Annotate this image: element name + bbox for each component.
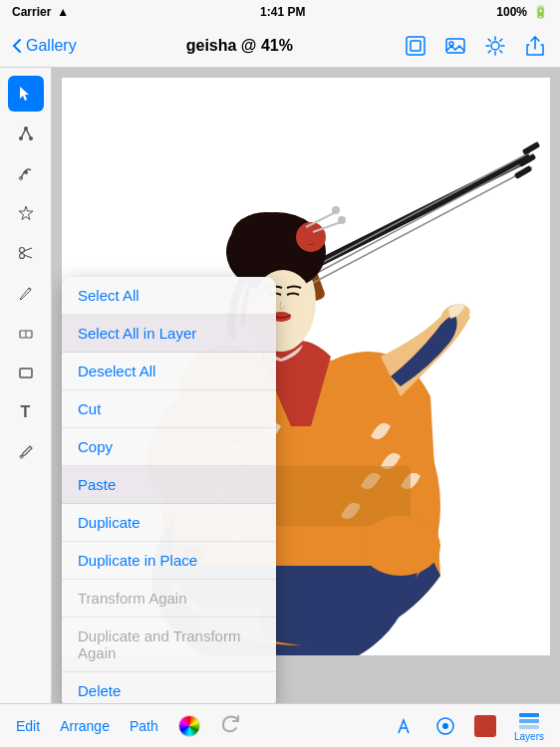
svg-rect-77 — [519, 725, 539, 729]
svg-point-57 — [338, 216, 346, 224]
text-style-button[interactable] — [395, 715, 417, 737]
duplicate-item[interactable]: Duplicate — [62, 504, 276, 542]
left-toolbar: T — [0, 68, 52, 703]
scissors-tool-button[interactable] — [8, 235, 44, 271]
bottom-left-actions: Edit Arrange Path — [16, 712, 242, 739]
back-label: Gallery — [26, 37, 77, 55]
star-tool-button[interactable] — [8, 195, 44, 231]
status-bar: Carrier ▲ 1:41 PM 100% 🔋 — [0, 0, 560, 24]
image-button[interactable] — [442, 33, 468, 59]
svg-point-5 — [24, 126, 28, 130]
layers-button[interactable]: Layers — [514, 709, 544, 742]
back-chevron-icon — [12, 38, 22, 54]
arrange-button[interactable]: Arrange — [60, 718, 110, 734]
main-area: T — [0, 68, 560, 703]
share-icon — [524, 35, 546, 57]
svg-point-74 — [442, 723, 448, 729]
settings-button[interactable] — [482, 33, 508, 59]
text-icon: T — [21, 403, 31, 421]
snap-icon — [434, 715, 456, 737]
battery-label: 100% — [496, 5, 527, 19]
battery-icon: 🔋 — [533, 5, 548, 19]
bottom-right-actions: Layers — [395, 709, 544, 742]
share-button[interactable] — [522, 33, 548, 59]
svg-point-10 — [19, 248, 24, 253]
time-label: 1:41 PM — [260, 5, 305, 19]
node-tool-icon — [17, 124, 35, 142]
pen-tool-button[interactable] — [8, 155, 44, 191]
copy-item[interactable]: Copy — [62, 428, 276, 466]
svg-rect-0 — [407, 37, 424, 55]
eyedropper-icon — [17, 443, 35, 461]
pencil-tool-button[interactable] — [8, 275, 44, 311]
svg-line-13 — [24, 255, 32, 258]
duplicate-in-place-item[interactable]: Duplicate in Place — [62, 542, 276, 580]
duplicate-transform-again-item: Duplicate and Transform Again — [62, 618, 276, 672]
svg-rect-76 — [519, 719, 539, 723]
frame-icon — [405, 35, 426, 57]
scissors-icon — [17, 244, 35, 262]
rectangle-tool-button[interactable] — [8, 355, 44, 390]
svg-rect-75 — [519, 713, 539, 717]
text-style-icon — [395, 715, 417, 737]
context-menu: Select All Select All in Layer Deselect … — [62, 277, 276, 703]
paste-item[interactable]: Paste — [62, 466, 276, 504]
back-button[interactable]: Gallery — [12, 37, 77, 55]
gear-icon — [484, 35, 506, 57]
svg-point-11 — [19, 254, 24, 259]
edit-button[interactable]: Edit — [16, 718, 40, 734]
select-all-item[interactable]: Select All — [62, 277, 276, 315]
select-tool-button[interactable] — [8, 76, 44, 112]
svg-rect-16 — [20, 369, 32, 377]
svg-point-60 — [361, 516, 440, 576]
eraser-icon — [17, 324, 35, 342]
snap-button[interactable] — [434, 715, 456, 737]
pen-tool-icon — [17, 164, 35, 182]
eraser-tool-button[interactable] — [8, 315, 44, 351]
text-tool-button[interactable]: T — [8, 394, 44, 430]
svg-point-6 — [19, 136, 23, 140]
transform-again-item: Transform Again — [62, 580, 276, 618]
select-arrow-icon — [17, 85, 35, 103]
undo-button[interactable] — [220, 712, 242, 739]
select-all-in-layer-item[interactable]: Select All in Layer — [62, 315, 276, 353]
svg-line-12 — [24, 248, 32, 251]
undo-icon — [220, 712, 242, 734]
pencil-icon — [17, 284, 35, 302]
delete-item[interactable]: Delete — [62, 672, 276, 703]
canvas-area[interactable]: Select All Select All in Layer Deselect … — [52, 68, 560, 703]
svg-rect-1 — [411, 41, 420, 51]
svg-point-55 — [332, 206, 340, 214]
nav-title: geisha @ 41% — [186, 37, 293, 55]
layers-label: Layers — [514, 731, 544, 742]
frame-button[interactable] — [403, 33, 428, 59]
path-button[interactable]: Path — [130, 718, 158, 734]
status-right: 100% 🔋 — [496, 5, 548, 19]
node-tool-button[interactable] — [8, 116, 44, 151]
svg-point-8 — [24, 170, 28, 174]
image-icon — [444, 35, 466, 57]
bottom-toolbar: Edit Arrange Path — [0, 703, 560, 747]
svg-point-7 — [29, 136, 33, 140]
deselect-all-item[interactable]: Deselect All — [62, 353, 276, 390]
carrier-label: Carrier — [12, 5, 51, 19]
eyedropper-tool-button[interactable] — [8, 434, 44, 470]
cut-item[interactable]: Cut — [62, 390, 276, 428]
rectangle-icon — [17, 364, 35, 381]
svg-point-4 — [491, 42, 499, 50]
nav-bar: Gallery geisha @ 41% — [0, 24, 560, 68]
status-left: Carrier ▲ — [12, 5, 69, 19]
stroke-color-button[interactable] — [474, 715, 496, 737]
color-wheel-button[interactable] — [178, 715, 200, 737]
svg-point-51 — [231, 212, 301, 262]
layers-icon — [516, 709, 542, 731]
wifi-icon: ▲ — [57, 5, 69, 19]
nav-actions — [403, 33, 548, 59]
star-tool-icon — [17, 204, 35, 222]
